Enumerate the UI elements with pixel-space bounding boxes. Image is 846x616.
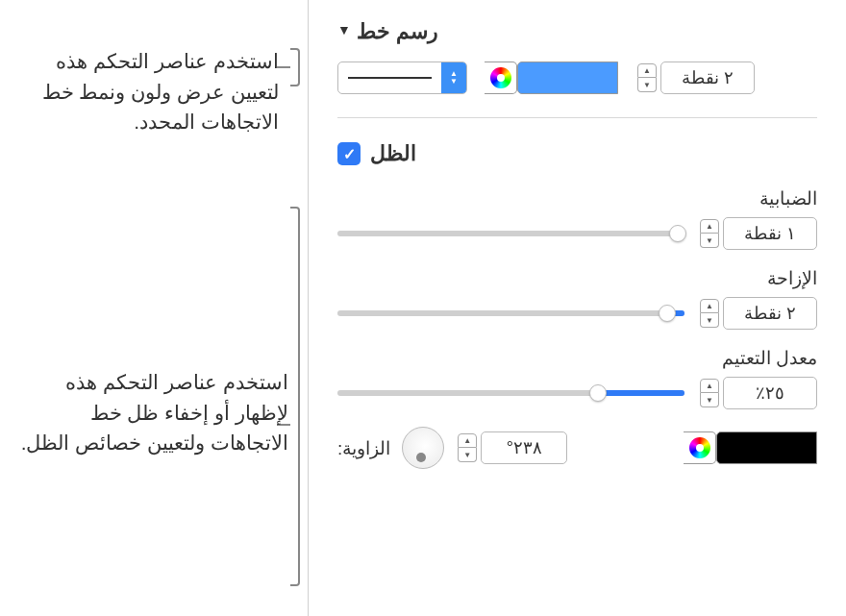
opacity-group: معدل التعتيم ٢٥٪ ▲ ▼: [337, 347, 817, 409]
shadow-checkbox-label: الظل: [370, 141, 416, 166]
callout-bracket-shadow: [290, 207, 300, 586]
blur-label: الضبابية: [337, 187, 817, 209]
stroke-width-field-group: ٢ نقطة ▲ ▼: [635, 62, 755, 94]
callout-bracket-stroke: [290, 48, 300, 86]
callout-stroke-text: استخدم عناصر التحكم هذه لتعيين عرض ولون …: [10, 46, 279, 137]
slider-thumb-icon[interactable]: [669, 225, 686, 242]
blur-stepper[interactable]: ▲ ▼: [698, 217, 719, 250]
callout-shadow-text: استخدم عناصر التحكم هذه لإظهار أو إخفاء …: [10, 367, 288, 458]
stroke-color-group: [485, 62, 618, 94]
section-divider: [337, 117, 817, 118]
stroke-width-field[interactable]: ٢ نقطة: [660, 62, 755, 94]
opacity-label: معدل التعتيم: [337, 347, 817, 369]
callout-tick: [277, 66, 290, 68]
stepper-down-icon[interactable]: ▼: [458, 448, 477, 462]
slider-thumb-icon[interactable]: [589, 384, 607, 402]
stroke-color-swatch[interactable]: [517, 62, 618, 94]
shadow-color-swatch[interactable]: [716, 431, 817, 464]
opacity-slider[interactable]: [337, 390, 684, 396]
stepper-up-icon[interactable]: ▲: [700, 299, 719, 313]
color-wheel-icon: [689, 437, 710, 458]
angle-indicator-icon: [416, 453, 426, 462]
stepper-up-icon[interactable]: ▲: [637, 63, 657, 78]
stepper-up-icon[interactable]: ▲: [700, 379, 719, 393]
opacity-field[interactable]: ٢٥٪: [723, 377, 817, 409]
shadow-checkbox-row: الظل ✓: [337, 141, 817, 166]
stepper-up-icon[interactable]: ▲: [700, 219, 719, 234]
angle-label: الزاوية:: [337, 437, 390, 459]
disclosure-triangle-icon[interactable]: ▼: [337, 22, 351, 37]
stepper-down-icon[interactable]: ▼: [700, 313, 719, 328]
angle-stepper[interactable]: ▲ ▼: [456, 431, 477, 464]
stroke-title: رسم خط: [357, 19, 438, 44]
stroke-controls-row: ▲▼ ٢ نقطة ▲ ▼: [337, 62, 817, 94]
blur-field[interactable]: ١ نقطة: [723, 217, 817, 250]
blur-group: الضبابية ١ نقطة ▲ ▼: [337, 187, 817, 250]
stepper-down-icon[interactable]: ▼: [700, 234, 719, 248]
stroke-color-picker-button[interactable]: [485, 62, 517, 94]
inspector-panel: رسم خط ▼ ▲▼ ٢ نقطة ▲ ▼ الظل ✓ ال: [308, 0, 846, 616]
offset-field[interactable]: ٢ نقطة: [723, 297, 817, 330]
angle-field[interactable]: ٢٣٨°: [481, 431, 567, 464]
stroke-section-header[interactable]: رسم خط ▼: [337, 19, 817, 44]
offset-slider[interactable]: [337, 310, 684, 316]
offset-stepper[interactable]: ▲ ▼: [698, 297, 719, 330]
stepper-up-icon[interactable]: ▲: [458, 433, 477, 448]
angle-dial[interactable]: [402, 427, 444, 469]
offset-label: الإزاحة: [337, 267, 817, 289]
shadow-color-picker-button[interactable]: [684, 431, 716, 464]
color-wheel-icon: [490, 67, 511, 88]
slider-thumb-icon[interactable]: [659, 305, 676, 322]
popup-arrows-icon: ▲▼: [441, 62, 466, 93]
opacity-stepper[interactable]: ▲ ▼: [698, 377, 719, 409]
blur-slider[interactable]: [337, 231, 684, 236]
angle-row: الزاوية: ٢٣٨° ▲ ▼: [337, 427, 817, 469]
stepper-down-icon[interactable]: ▼: [700, 393, 719, 407]
line-style-popup[interactable]: ▲▼: [337, 62, 467, 94]
stroke-width-stepper[interactable]: ▲ ▼: [635, 62, 657, 94]
shadow-checkbox[interactable]: ✓: [337, 142, 361, 165]
line-style-preview: [348, 77, 432, 79]
stepper-down-icon[interactable]: ▼: [637, 78, 657, 92]
offset-group: الإزاحة ٢ نقطة ▲ ▼: [337, 267, 817, 330]
shadow-color-group: [684, 431, 817, 464]
